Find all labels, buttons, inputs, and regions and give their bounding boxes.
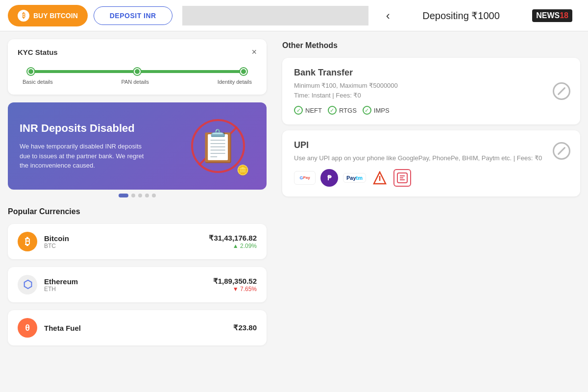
pagination-dots <box>8 194 267 197</box>
gpay-logo: GPay <box>294 171 316 185</box>
eth-name: Ethereum <box>44 277 206 286</box>
currency-card-eth[interactable]: ⬡ Ethereum ETH ₹1,89,350.52 ▼ 7.65% <box>8 267 267 302</box>
main-layout: KYC Status × Basic details PAN details I… <box>0 31 588 392</box>
bank-transfer-disabled-icon <box>553 82 570 100</box>
kyc-dot-basic <box>27 68 34 75</box>
inr-banner-text: INR Deposits Disabled We have temporaril… <box>20 122 149 170</box>
eth-price: ₹1,89,350.52 <box>213 277 257 286</box>
kyc-dot-pan <box>134 68 141 75</box>
upi-logos: GPay ₱ Paytm <box>294 169 545 187</box>
rtgs-label: RTGS <box>339 107 357 114</box>
kyc-progress-track <box>27 70 247 73</box>
theta-info: Theta Fuel <box>44 324 226 332</box>
imps-tag: ✓ IMPS <box>363 106 390 115</box>
airtel-logo <box>371 169 389 187</box>
pagination-dot-4[interactable] <box>152 194 156 197</box>
upi-card[interactable]: UPI Use any UPI app on your phone like G… <box>282 130 580 196</box>
bank-transfer-tags: ✓ NEFT ✓ RTGS ✓ IMPS <box>294 106 545 115</box>
kyc-label-pan: PAN details <box>121 79 149 85</box>
other-methods-label: Other Methods <box>282 39 580 52</box>
theta-price: ₹23.80 <box>233 323 257 332</box>
inr-banner-illustration: 📋 🪙 <box>181 114 255 178</box>
left-panel: KYC Status × Basic details PAN details I… <box>0 31 274 392</box>
rtgs-check-icon: ✓ <box>328 106 337 115</box>
neft-check-icon: ✓ <box>294 106 303 115</box>
phonepe-logo: ₱ <box>320 169 338 187</box>
pagination-dot-2[interactable] <box>138 194 142 197</box>
eth-info: Ethereum ETH <box>44 277 206 293</box>
upi-disabled-icon <box>553 142 570 160</box>
clipboard-icon: 📋 <box>198 128 238 165</box>
depositing-title: Depositing ₹1000 <box>422 10 500 22</box>
btc-change: ▲ 2.09% <box>209 243 257 249</box>
theta-price-block: ₹23.80 <box>233 323 257 332</box>
header-divider <box>182 6 368 25</box>
currency-card-btc[interactable]: ₿ Bitcoin BTC ₹31,43,176.82 ▲ 2.09% <box>8 224 267 259</box>
bank-transfer-card[interactable]: Bank Transfer Minimum ₹100, Maximum ₹500… <box>282 58 580 124</box>
paytm-logo: Paytm <box>343 173 366 183</box>
kyc-labels: Basic details PAN details Identity detai… <box>23 79 252 85</box>
btc-symbol: BTC <box>44 243 202 249</box>
upi-title: UPI <box>294 140 545 150</box>
eth-currency-icon: ⬡ <box>18 275 37 294</box>
back-button[interactable]: ‹ <box>386 10 390 22</box>
pagination-dot-0[interactable] <box>119 194 128 197</box>
news18-logo: NEWS18 <box>532 9 572 22</box>
kyc-close-button[interactable]: × <box>251 47 257 57</box>
imps-label: IMPS <box>374 107 390 114</box>
btc-price: ₹31,43,176.82 <box>209 234 257 243</box>
currency-card-theta[interactable]: θ Theta Fuel ₹23.80 <box>8 310 267 345</box>
kyc-label-basic: Basic details <box>23 79 53 85</box>
eth-symbol: ETH <box>44 286 206 293</box>
rtgs-tag: ✓ RTGS <box>328 106 357 115</box>
top-header: ₿ BUY BITCOIN DEPOSIT INR ‹ Depositing ₹… <box>0 0 588 31</box>
popular-currencies-title: Popular Currencies <box>8 207 267 216</box>
kyc-dots <box>27 68 247 75</box>
btc-currency-icon: ₿ <box>18 232 37 251</box>
right-panel: Other Methods Bank Transfer Minimum ₹100… <box>274 31 588 392</box>
kyc-card: KYC Status × Basic details PAN details I… <box>8 39 267 95</box>
kyc-dot-identity <box>240 68 247 75</box>
coin-icon: 🪙 <box>237 164 249 176</box>
deposit-inr-button[interactable]: DEPOSIT INR <box>94 6 172 25</box>
neft-label: NEFT <box>305 107 322 114</box>
imps-check-icon: ✓ <box>363 106 371 115</box>
bank-transfer-title: Bank Transfer <box>294 68 545 78</box>
bank-transfer-desc: Minimum ₹100, Maximum ₹5000000Time: Inst… <box>294 81 545 100</box>
theta-name: Theta Fuel <box>44 324 226 332</box>
kyc-title: KYC Status <box>18 48 58 56</box>
theta-currency-icon: θ <box>18 318 37 338</box>
pagination-dot-3[interactable] <box>145 194 149 197</box>
btc-icon: ₿ <box>18 10 29 22</box>
buy-bitcoin-button[interactable]: ₿ BUY BITCOIN <box>8 5 88 26</box>
eth-change: ▼ 7.65% <box>213 286 257 293</box>
kyc-label-identity: Identity details <box>218 79 252 85</box>
inr-banner-title: INR Deposits Disabled <box>20 122 149 136</box>
upi-desc: Use any UPI app on your phone like Googl… <box>294 153 545 163</box>
btc-price-block: ₹31,43,176.82 ▲ 2.09% <box>209 234 257 249</box>
kyc-header: KYC Status × <box>18 47 257 57</box>
btc-info: Bitcoin BTC <box>44 234 202 249</box>
bank-transfer-info: Bank Transfer Minimum ₹100, Maximum ₹500… <box>294 68 545 115</box>
btc-name: Bitcoin <box>44 234 202 243</box>
neft-tag: ✓ NEFT <box>294 106 322 115</box>
bhim-logo <box>393 169 411 187</box>
upi-info: UPI Use any UPI app on your phone like G… <box>294 140 545 187</box>
eth-price-block: ₹1,89,350.52 ▼ 7.65% <box>213 277 257 293</box>
inr-deposits-banner: INR Deposits Disabled We have temporaril… <box>8 102 267 190</box>
inr-banner-desc: We have temporarily disabled INR deposit… <box>20 142 149 171</box>
right-header: ‹ Depositing ₹1000 NEWS18 <box>378 9 580 22</box>
pagination-dot-1[interactable] <box>131 194 135 197</box>
